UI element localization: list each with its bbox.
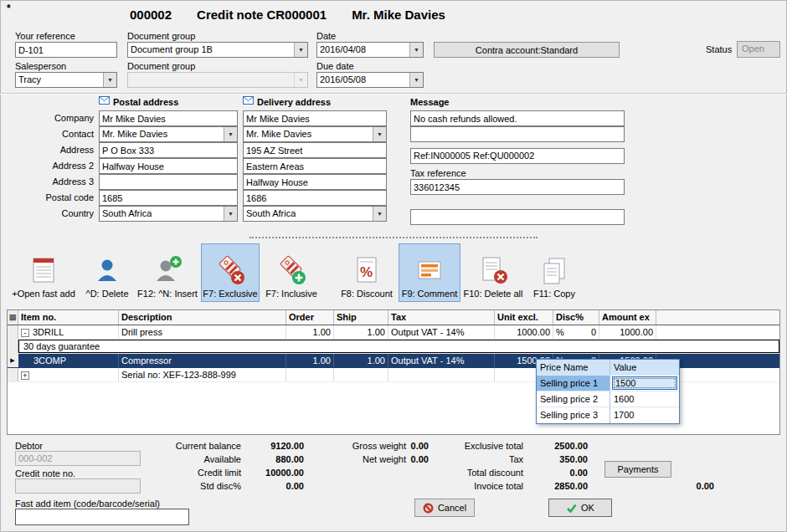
toolbar-inclusive-button[interactable]: F7: Inclusive (262, 243, 321, 302)
postal-address-input[interactable] (99, 142, 238, 158)
price-row-selling-price-3[interactable]: Selling price 3 1700 (537, 407, 679, 423)
grid-row-comment[interactable]: 30 days guarantee (8, 340, 779, 354)
toolbar-discount-button[interactable]: % F8: Discount (338, 243, 395, 302)
ship-cell[interactable]: 1.00 (334, 325, 388, 339)
expand-row-icon[interactable]: + (21, 371, 29, 380)
document-group2-value (128, 73, 294, 87)
toolbar-delete-all-button[interactable]: F10: Delete all (462, 243, 524, 302)
disc-cell[interactable]: %0 (553, 325, 599, 339)
order-cell[interactable]: 1.00 (286, 354, 334, 367)
toolbar-insert-line-button[interactable]: F12: ^N: Insert (136, 243, 199, 302)
grid-row-item-3drill[interactable]: -3DRILL Drill press 1.00 1.00 Output VAT… (8, 325, 779, 340)
fast-add-icon (28, 254, 59, 286)
payments-button[interactable]: Payments (604, 461, 671, 478)
message-line1-input[interactable] (410, 110, 625, 126)
comment-cell[interactable]: 30 days guarantee (18, 340, 779, 353)
order-cell[interactable]: 1.00 (286, 325, 334, 339)
fast-add-item-input[interactable] (15, 509, 189, 525)
due-date-select[interactable]: 2016/05/08 ▼ (316, 72, 424, 88)
address2-row-label: Address 2 (7, 161, 94, 171)
toolbar-button-label: ^D: Delete (85, 289, 128, 299)
price-name: Selling price 1 (537, 376, 610, 391)
tax-cell[interactable] (388, 368, 495, 381)
delivery-address3-input[interactable] (243, 174, 387, 190)
postal-address2-input[interactable] (99, 158, 238, 174)
column-header-order[interactable]: Order (286, 310, 334, 325)
comment-icon (414, 254, 445, 286)
delivery-country-select[interactable]: South Africa ▼ (243, 206, 387, 222)
cancel-button[interactable]: Cancel (414, 499, 475, 517)
chevron-down-icon: ▼ (409, 73, 423, 87)
row-marker (8, 368, 18, 381)
credit-note-no-label: Credit note no. (15, 468, 75, 478)
price-value: 1600 (610, 391, 679, 407)
postal-country-select[interactable]: South Africa ▼ (99, 206, 238, 222)
document-group-select[interactable]: Document group 1B ▼ (127, 42, 308, 58)
price-row-selling-price-2[interactable]: Selling price 2 1600 (537, 391, 679, 407)
date-label: Date (316, 31, 336, 41)
delivery-contact-value: Mr. Mike Davies (244, 127, 373, 141)
tax-total-label: Tax (434, 454, 523, 464)
ok-button[interactable]: OK (548, 499, 612, 517)
price-value-input[interactable]: 1500 (612, 376, 677, 390)
tax-cell[interactable]: Output VAT - 14% (388, 325, 495, 339)
postal-company-input[interactable] (99, 110, 238, 126)
column-header-disc[interactable]: Disc% (553, 310, 599, 325)
message-note-input[interactable] (410, 209, 625, 225)
item-no-cell[interactable]: -3DRILL (18, 325, 119, 339)
column-header-unit-excl[interactable]: Unit excl. (495, 310, 553, 325)
splitter-grip[interactable] (249, 237, 538, 241)
delivery-address-input[interactable] (243, 142, 387, 158)
contra-account-button[interactable]: Contra account:Standard (434, 42, 620, 58)
toolbar-exclusive-button[interactable]: F7: Exclusive (201, 243, 260, 302)
toolbar-copy-button[interactable]: F11: Copy (526, 243, 583, 302)
tax-reference-input[interactable] (410, 179, 625, 195)
postal-contact-select[interactable]: Mr. Mike Davies ▼ (99, 126, 238, 142)
column-header-tax[interactable]: Tax (388, 310, 495, 325)
document-group-value: Document group 1B (128, 43, 294, 57)
grid-corner-button[interactable]: ▤ (8, 310, 18, 325)
unit-excl-cell[interactable]: 1000.00 (495, 325, 553, 339)
chevron-down-icon: ▼ (224, 127, 237, 141)
collapse-row-icon[interactable]: - (21, 329, 29, 337)
delivery-company-input[interactable] (243, 110, 387, 126)
delivery-contact-select[interactable]: Mr. Mike Davies ▼ (243, 126, 387, 142)
description-cell[interactable]: Drill press (119, 325, 286, 339)
cancel-button-label: Cancel (438, 503, 466, 513)
insert-line-icon (152, 254, 183, 286)
credit-limit-label: Credit limit (141, 468, 241, 478)
inclusive-icon (275, 254, 307, 286)
amount-cell[interactable]: 1000.00 (599, 325, 656, 339)
postal-address3-input[interactable] (99, 174, 238, 190)
postal-envelope-icon (99, 96, 110, 106)
column-header-item-no[interactable]: Item no. (18, 310, 119, 325)
toolbar-comment-button[interactable]: F9: Comment (399, 243, 460, 302)
current-row-arrow-icon: ▶ (8, 354, 18, 367)
item-no-cell[interactable]: 3COMP (18, 354, 119, 367)
item-no-cell[interactable]: + (18, 368, 119, 381)
ship-cell[interactable]: 1.00 (334, 354, 388, 367)
serial-cell[interactable]: Serial no: XEF-123-888-999 (119, 368, 286, 381)
delivery-postal-code-input[interactable] (243, 190, 387, 206)
price-row-selling-price-1[interactable]: Selling price 1 1500 (537, 376, 679, 391)
total-discount-value: 0.00 (526, 468, 588, 478)
ok-button-label: OK (581, 503, 594, 513)
ship-cell[interactable] (334, 368, 388, 381)
description-cell[interactable]: Compressor (119, 354, 286, 367)
delivery-address2-input[interactable] (243, 158, 387, 174)
toolbar-open-fast-add-button[interactable]: +Open fast add (12, 243, 75, 302)
invoice-total-extra-value: 0.00 (664, 481, 714, 491)
column-header-amount[interactable]: Amount ex (599, 310, 656, 325)
message-line2-input[interactable] (410, 126, 625, 142)
column-header-description[interactable]: Description (119, 310, 286, 325)
tax-cell[interactable]: Output VAT - 14% (388, 354, 495, 367)
column-header-ship[interactable]: Ship (334, 310, 388, 325)
salesperson-select[interactable]: Tracy ▼ (15, 72, 117, 88)
postal-code-input[interactable] (99, 190, 238, 206)
toolbar-button-label: +Open fast add (12, 289, 75, 299)
your-reference-input[interactable] (15, 42, 117, 58)
toolbar-delete-line-button[interactable]: ^D: Delete (80, 243, 134, 302)
date-select[interactable]: 2016/04/08 ▼ (316, 42, 424, 58)
current-balance-value: 9120.00 (245, 441, 304, 451)
order-cell[interactable] (286, 368, 334, 381)
